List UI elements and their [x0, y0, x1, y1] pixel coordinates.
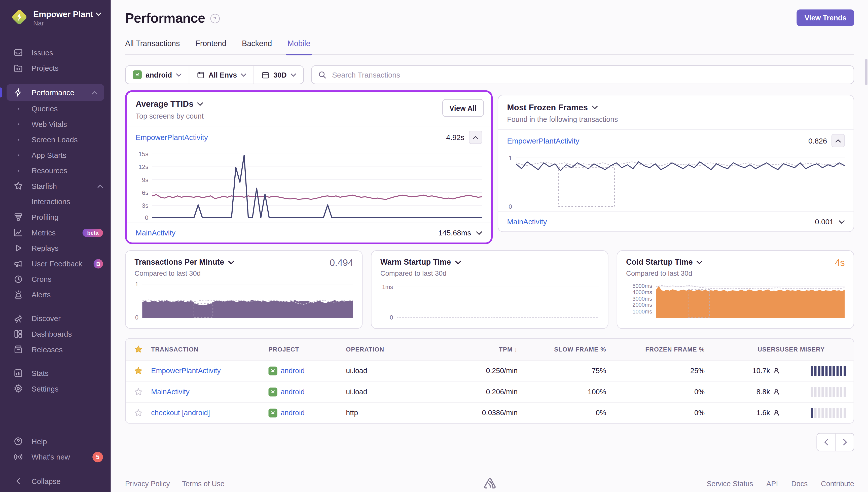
collapse-toggle-button[interactable]	[832, 134, 845, 147]
star-icon[interactable]	[134, 366, 143, 375]
sidebar-item-app-starts[interactable]: App Starts	[0, 147, 111, 163]
panel-tpm: Transactions Per Minute 0.494 Compared t…	[125, 250, 362, 329]
panel-warm-startup: Warm Startup Time Compared to last 30d 1…	[371, 250, 608, 329]
sidebar-item-resources[interactable]: Resources	[0, 163, 111, 178]
view-trends-button[interactable]: View Trends	[797, 9, 854, 26]
sidebar-item-starfish[interactable]: Starfish	[0, 178, 111, 194]
tab-frontend[interactable]: Frontend	[195, 39, 226, 54]
environment-selector[interactable]: All Envs	[188, 66, 254, 83]
expand-toggle[interactable]	[839, 220, 845, 224]
tpm-subtitle: Compared to last 30d	[134, 270, 353, 277]
star-icon[interactable]	[134, 345, 143, 354]
transaction-link[interactable]: MainActivity	[507, 218, 815, 226]
project-link[interactable]: android	[281, 367, 305, 375]
collapse-toggle-button[interactable]	[469, 131, 482, 144]
sidebar-item-web-vitals[interactable]: Web Vitals	[0, 116, 111, 132]
transaction-cell: MainActivity	[151, 388, 269, 396]
tab-all-transactions[interactable]: All Transactions	[125, 39, 180, 54]
column-header-tpm[interactable]: TPM↓	[444, 346, 517, 352]
star-toggle[interactable]	[126, 387, 151, 396]
sidebar-item-metrics[interactable]: Metricsbeta	[0, 225, 111, 241]
transaction-link[interactable]: checkout [android]	[151, 409, 210, 417]
cold-startup-title-dropdown[interactable]: Cold Startup Time	[626, 257, 845, 266]
column-header-transaction[interactable]: TRANSACTION	[151, 346, 269, 352]
sidebar-item-profiling[interactable]: Profiling	[0, 209, 111, 225]
column-header-project[interactable]: PROJECT	[269, 346, 346, 352]
sidebar-item-issues[interactable]: Issues	[0, 45, 111, 60]
avg-ttids-chart	[152, 151, 482, 218]
sidebar-item-crons[interactable]: Crons	[0, 271, 111, 287]
slow-frame-cell: 0%	[517, 409, 606, 417]
sidebar-item-screen-loads[interactable]: Screen Loads	[0, 132, 111, 147]
project-link[interactable]: android	[281, 409, 305, 417]
avg-ttids-y-axis: 15s12s9s6s3s0	[136, 151, 152, 218]
sidebar-item-label: Starfish	[31, 182, 57, 190]
sidebar-item-releases[interactable]: Releases	[0, 342, 111, 357]
tab-backend[interactable]: Backend	[242, 39, 272, 54]
sidebar-item-stats[interactable]: Stats	[0, 365, 111, 381]
footer-link-privacy-policy[interactable]: Privacy Policy	[125, 479, 170, 488]
frozen-frame-cell: 0%	[606, 409, 705, 417]
sidebar-item-replays[interactable]: Replays	[0, 240, 111, 256]
cold-startup-value: 4s	[835, 257, 845, 269]
sidebar-item-discover[interactable]: Discover	[0, 311, 111, 326]
sidebar-item-label: Discover	[31, 314, 60, 323]
next-page-button[interactable]	[835, 434, 854, 451]
footer-link-api[interactable]: API	[766, 479, 778, 488]
sidebar-item-user-feedback[interactable]: User FeedbackB	[0, 256, 111, 271]
transaction-link[interactable]: MainActivity	[136, 229, 438, 237]
footer-link-docs[interactable]: Docs	[791, 479, 808, 488]
view-all-button[interactable]: View All	[442, 99, 484, 117]
tpm-title-dropdown[interactable]: Transactions Per Minute	[134, 257, 353, 266]
sidebar-item-alerts[interactable]: Alerts	[0, 287, 111, 302]
user-misery-cell	[780, 387, 854, 397]
sidebar-item-what-s-new[interactable]: What's new5	[0, 449, 111, 465]
column-header-frozen-frame-[interactable]: FROZEN FRAME %	[606, 346, 705, 352]
star-toggle[interactable]	[126, 366, 151, 375]
column-header-users[interactable]: USERS	[705, 346, 780, 352]
column-header-slow-frame-[interactable]: SLOW FRAME %	[517, 346, 606, 352]
transaction-link[interactable]: EmpowerPlantActivity	[507, 137, 808, 145]
project-selector[interactable]: android	[126, 66, 188, 83]
sort-desc-icon: ↓	[514, 346, 517, 352]
transaction-link[interactable]: MainActivity	[151, 388, 189, 396]
transaction-link[interactable]: EmpowerPlantActivity	[136, 133, 446, 142]
sidebar-item-projects[interactable]: Projects	[0, 60, 111, 76]
org-switcher[interactable]: Empower Plant Nar	[0, 0, 111, 44]
column-header-user-misery[interactable]: USER MISERY	[780, 346, 854, 352]
search-transactions-input[interactable]	[331, 70, 848, 79]
column-header-operation[interactable]: OPERATION	[346, 346, 444, 352]
sidebar-item-help[interactable]: Help	[0, 434, 111, 449]
transaction-link[interactable]: EmpowerPlantActivity	[151, 367, 221, 375]
chevron-down-icon	[476, 231, 482, 235]
user-misery-cell	[780, 408, 854, 418]
footer-link-terms-of-use[interactable]: Terms of Use	[182, 479, 224, 488]
sidebar-item-label: What's new	[31, 453, 70, 461]
star-icon[interactable]	[134, 387, 143, 396]
expand-toggle[interactable]	[476, 231, 482, 235]
sidebar-item-queries[interactable]: Queries	[0, 101, 111, 116]
sidebar-item-dashboards[interactable]: Dashboards	[0, 326, 111, 342]
date-range-selector[interactable]: 30D	[254, 66, 303, 83]
avg-ttids-title-dropdown[interactable]: Average TTIDs	[136, 99, 482, 108]
help-icon[interactable]: ?	[210, 14, 220, 23]
android-project-icon	[269, 409, 277, 417]
frozen-frames-title-dropdown[interactable]: Most Frozen Frames	[507, 102, 845, 112]
sidebar-item-performance[interactable]: Performance	[6, 84, 104, 101]
tpm-cell: 0.206/min	[444, 388, 517, 396]
footer-link-contribute[interactable]: Contribute	[821, 479, 854, 488]
scrollbar-thumb[interactable]	[865, 59, 868, 85]
chevron-up-icon	[97, 184, 103, 188]
footer-link-service-status[interactable]: Service Status	[707, 479, 753, 488]
star-toggle[interactable]	[126, 409, 151, 417]
sidebar-item-collapse[interactable]: Collapse	[0, 473, 111, 489]
table-row: checkout [android]androidhttp0.0386/min0…	[126, 402, 854, 423]
chevron-up-icon	[835, 139, 841, 143]
project-link[interactable]: android	[281, 388, 305, 396]
warm-startup-title-dropdown[interactable]: Warm Startup Time	[380, 257, 599, 266]
star-icon[interactable]	[134, 409, 143, 417]
tab-mobile[interactable]: Mobile	[287, 39, 310, 54]
prev-page-button[interactable]	[817, 434, 836, 451]
sidebar-item-interactions[interactable]: Interactions	[0, 194, 111, 210]
sidebar-item-settings[interactable]: Settings	[0, 381, 111, 397]
